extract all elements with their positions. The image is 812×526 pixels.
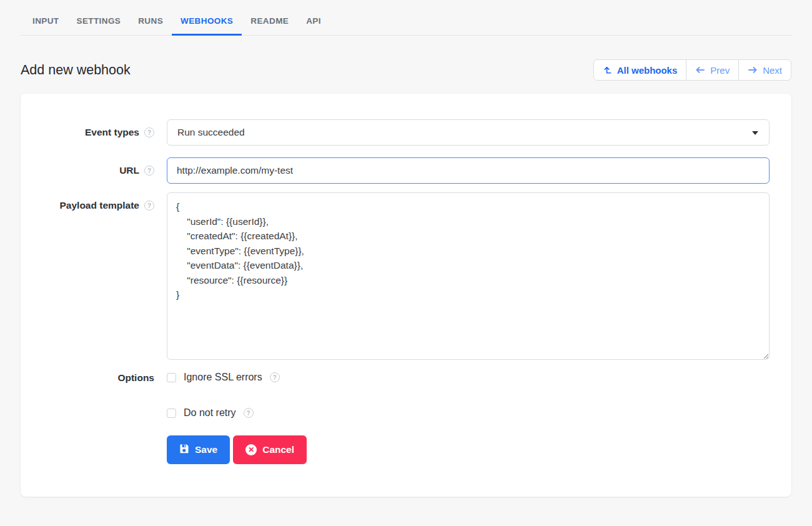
tab-bar: INPUT SETTINGS RUNS WEBHOOKS README API [0,0,812,36]
prev-label: Prev [710,65,730,76]
next-label: Next [763,65,782,76]
all-webhooks-label: All webhooks [617,65,678,76]
payload-template-textarea[interactable]: { "userId": {{userId}}, "createdAt": {{c… [167,192,770,360]
help-icon[interactable]: ? [144,166,154,176]
save-button-label: Save [195,444,217,455]
save-button[interactable]: Save [167,435,230,464]
event-types-row: Event types ? Run succeeded [21,119,770,146]
do-not-retry-row: Do not retry ? [167,407,770,419]
url-input[interactable] [167,157,770,184]
options-row: Options Ignore SSL errors ? Do not retry… [21,372,770,464]
prev-button[interactable]: Prev [686,59,739,81]
payload-template-row: Payload template ? { "userId": {{userId}… [21,192,770,360]
cancel-button[interactable]: ✕ Cancel [233,435,307,464]
actions-row: Save ✕ Cancel [167,435,770,464]
all-webhooks-button[interactable]: All webhooks [593,59,687,81]
level-up-arrow-icon [603,66,612,75]
page-title: Add new webhook [21,62,131,78]
tab-settings[interactable]: SETTINGS [68,9,130,36]
ignore-ssl-errors-checkbox[interactable] [167,373,176,382]
next-button[interactable]: Next [738,59,791,81]
tab-input[interactable]: INPUT [24,9,68,36]
cancel-x-circle-icon: ✕ [245,444,257,455]
tab-api[interactable]: API [297,9,330,36]
help-icon[interactable]: ? [244,408,254,418]
chevron-down-icon [752,131,758,135]
help-icon[interactable]: ? [144,127,154,137]
options-label: Options [117,372,154,384]
do-not-retry-checkbox[interactable] [167,409,176,418]
tab-readme[interactable]: README [242,9,297,36]
url-label: URL [119,165,139,176]
event-types-select[interactable]: Run succeeded [167,119,770,146]
help-icon[interactable]: ? [270,372,280,382]
do-not-retry-label[interactable]: Do not retry [184,407,236,419]
tab-webhooks[interactable]: WEBHOOKS [172,9,242,36]
event-types-label: Event types [85,127,139,138]
arrow-left-icon [695,66,705,74]
webhook-form-card: Event types ? Run succeeded URL ? Payloa… [21,94,791,497]
ignore-ssl-errors-row: Ignore SSL errors ? [167,372,770,383]
tab-bar-inner: INPUT SETTINGS RUNS WEBHOOKS README API [21,9,791,36]
payload-template-label: Payload template [60,200,140,211]
tab-runs[interactable]: RUNS [129,9,172,36]
save-floppy-icon [179,444,189,456]
page-header: Add new webhook All webhooks Prev [21,36,791,81]
url-row: URL ? [21,157,770,184]
ignore-ssl-errors-label[interactable]: Ignore SSL errors [184,372,262,383]
webhook-nav-button-group: All webhooks Prev Next [593,59,791,81]
cancel-button-label: Cancel [262,444,294,455]
event-types-selected-value: Run succeeded [177,127,245,138]
arrow-right-icon [748,66,758,74]
help-icon[interactable]: ? [144,201,154,211]
